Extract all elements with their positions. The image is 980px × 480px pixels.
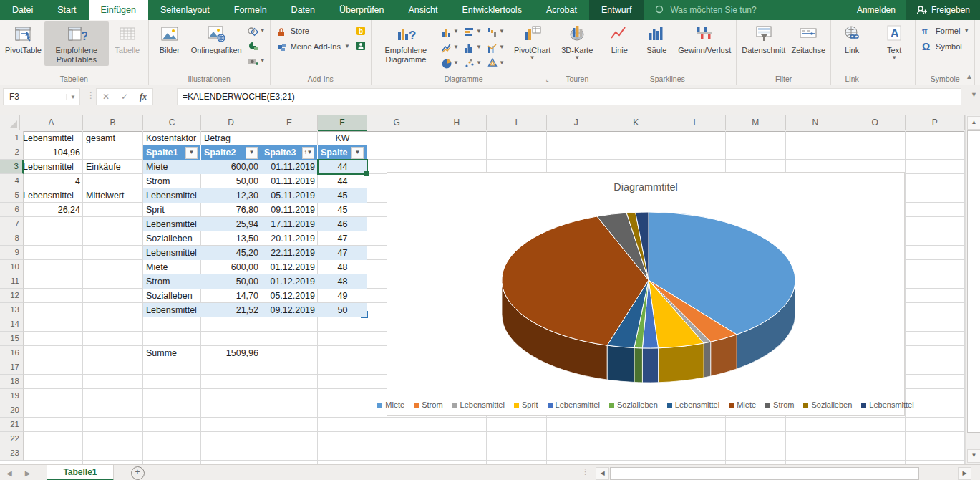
- cell-F5[interactable]: 45: [318, 188, 367, 203]
- row-header-17[interactable]: 17: [0, 360, 24, 375]
- button-insert-bar-chart[interactable]: ▼: [464, 24, 485, 39]
- name-box[interactable]: F3 ▼: [3, 88, 80, 105]
- pie-slice-side[interactable]: [607, 345, 634, 382]
- cell-D1[interactable]: Betrag: [201, 131, 261, 145]
- column-header-H[interactable]: H: [427, 115, 487, 130]
- column-header-D[interactable]: D: [201, 115, 261, 130]
- button-text[interactable]: AText▼: [875, 21, 913, 62]
- row-header-12[interactable]: 12: [0, 289, 24, 303]
- button-store[interactable]: Store: [276, 25, 350, 37]
- button-3d-karte[interactable]: 3D-Karte▼: [558, 21, 596, 62]
- cell-C1[interactable]: Kostenfaktor: [143, 131, 201, 145]
- scroll-down-icon[interactable]: ▼: [967, 449, 980, 463]
- button-onlinegrafiken[interactable]: Onlinegrafiken: [188, 21, 245, 57]
- row-header-7[interactable]: 7: [0, 217, 24, 231]
- column-header-B[interactable]: B: [83, 115, 143, 130]
- legend-item[interactable]: Miete: [377, 400, 404, 409]
- cell-E13[interactable]: 09.12.2019: [261, 303, 318, 317]
- cell-E12[interactable]: 05.12.2019: [261, 289, 318, 303]
- legend-item[interactable]: Sprit: [514, 400, 538, 409]
- button-formel[interactable]: πFormel▼: [921, 25, 969, 37]
- cell-E10[interactable]: 01.12.2019: [261, 260, 318, 274]
- legend-item[interactable]: Lebensmittel: [452, 400, 505, 409]
- column-header-G[interactable]: G: [367, 115, 427, 130]
- ribbon-tab-seitenlayout[interactable]: Seitenlayout: [148, 0, 222, 20]
- cell-D6[interactable]: 76,80: [201, 203, 261, 217]
- button-smartart[interactable]: [247, 40, 266, 52]
- legend-item[interactable]: Strom: [414, 400, 442, 409]
- tell-me-search[interactable]: Was möchten Sie tun?: [644, 0, 847, 20]
- selected-cell-outline[interactable]: [317, 159, 368, 175]
- cell-D10[interactable]: 600,00: [201, 260, 261, 274]
- cell-E6[interactable]: 09.11.2019: [261, 203, 318, 217]
- ribbon-tab-start[interactable]: Start: [45, 0, 88, 20]
- pie-chart-object[interactable]: Diagrammtitel MieteStromLebensmittelSpri…: [387, 172, 905, 416]
- button-datenschnitt[interactable]: Datenschnitt: [739, 21, 788, 57]
- row-header-20[interactable]: 20: [0, 403, 24, 418]
- cell-C7[interactable]: Lebensmittel: [143, 217, 201, 231]
- enter-icon[interactable]: ✓: [115, 92, 134, 102]
- button-link[interactable]: Link: [833, 21, 870, 57]
- pie-slice-side[interactable]: [634, 348, 643, 383]
- cell-E5[interactable]: 05.11.2019: [261, 188, 318, 203]
- cell-E8[interactable]: 20.11.2019: [261, 231, 318, 246]
- column-header-C[interactable]: C: [143, 115, 201, 130]
- row-header-19[interactable]: 19: [0, 389, 24, 403]
- column-header-I[interactable]: I: [487, 115, 547, 130]
- column-header-M[interactable]: M: [726, 115, 786, 130]
- cell-F2[interactable]: Spalte▼: [318, 145, 367, 160]
- row-header-22[interactable]: 22: [0, 432, 24, 446]
- cell-B1[interactable]: gesamt: [83, 131, 143, 145]
- sign-in-button[interactable]: Anmelden: [847, 0, 906, 20]
- column-header-E[interactable]: E: [261, 115, 318, 130]
- cell-C8[interactable]: Sozialleben: [143, 231, 201, 246]
- cell-D16[interactable]: 1509,96: [201, 346, 261, 360]
- button-pivotchart[interactable]: PivotChart▼: [511, 21, 553, 62]
- button-shapes[interactable]: ▼: [247, 25, 266, 37]
- ribbon-tab-acrobat[interactable]: Acrobat: [534, 0, 589, 20]
- cell-A3[interactable]: Lebensmittel: [20, 160, 83, 174]
- ribbon-tab-einfügen[interactable]: Einfügen: [89, 0, 148, 20]
- sheet-nav-left-icon[interactable]: ◀: [0, 465, 19, 480]
- row-header-14[interactable]: 14: [0, 317, 24, 332]
- cell-C9[interactable]: Lebensmittel: [143, 246, 201, 260]
- scroll-up-icon[interactable]: ▲: [967, 116, 980, 130]
- filter-dropdown-icon[interactable]: ▼: [351, 147, 364, 159]
- button-people-graph[interactable]: [355, 40, 367, 52]
- row-header-10[interactable]: 10: [0, 260, 24, 274]
- cell-A2[interactable]: 104,96: [20, 145, 83, 160]
- cell-B3[interactable]: Einkäufe: [83, 160, 143, 174]
- cell-F11[interactable]: 48: [318, 274, 367, 289]
- button-insert-line-chart[interactable]: ▼: [441, 40, 462, 54]
- button-insert-combo-chart[interactable]: ▼: [487, 40, 508, 54]
- ribbon-tab-datei[interactable]: Datei: [0, 0, 45, 20]
- legend-item[interactable]: Lebensmittel: [667, 400, 719, 409]
- cell-D2[interactable]: Spalte2▼: [201, 145, 261, 160]
- row-header-13[interactable]: 13: [0, 303, 24, 317]
- ribbon-tab-daten[interactable]: Daten: [279, 0, 327, 20]
- cell-C2[interactable]: Spalte1▼: [143, 145, 201, 160]
- cell-C5[interactable]: Lebensmittel: [143, 188, 201, 203]
- scroll-left-icon[interactable]: ◀: [596, 467, 609, 480]
- cell-E2[interactable]: Spalte3↑▼: [261, 145, 318, 160]
- horizontal-scroll-thumb[interactable]: [610, 467, 919, 480]
- cell-F1[interactable]: KW: [318, 131, 367, 145]
- formula-input[interactable]: =KALENDERWOCHE(E3;21): [177, 88, 961, 105]
- scroll-right-icon[interactable]: ▶: [958, 467, 971, 480]
- button-pivottable[interactable]: PivotTable: [2, 21, 44, 57]
- sheet-tab-tabelle1[interactable]: Tabelle1: [47, 465, 113, 480]
- cell-F13[interactable]: 50: [318, 303, 367, 317]
- cell-E7[interactable]: 17.11.2019: [261, 217, 318, 231]
- vertical-scroll-thumb[interactable]: [967, 130, 980, 433]
- cell-E4[interactable]: 01.11.2019: [261, 174, 318, 188]
- ribbon-tab-ansicht[interactable]: Ansicht: [397, 0, 450, 20]
- row-header-23[interactable]: 23: [0, 446, 24, 461]
- button-tabelle[interactable]: Tabelle: [109, 21, 146, 57]
- column-header-L[interactable]: L: [666, 115, 727, 130]
- button-bilder[interactable]: Bilder: [151, 21, 188, 57]
- dialog-launcher-icon[interactable]: ⌞: [545, 75, 553, 83]
- pie-slice-side[interactable]: [659, 343, 704, 383]
- button-säule[interactable]: Säule: [638, 21, 675, 57]
- ribbon-tab-entwurf[interactable]: Entwurf: [589, 0, 644, 20]
- name-box-dropdown-icon[interactable]: ▼: [66, 94, 79, 100]
